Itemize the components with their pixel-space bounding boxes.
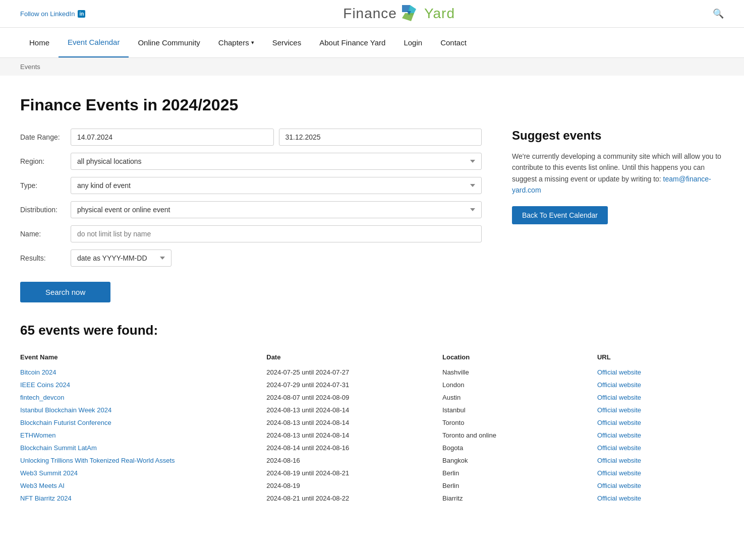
- table-row: NFT Biarritz 2024 2024-08-21 until 2024-…: [20, 492, 724, 505]
- logo: Finance Yard: [343, 4, 455, 23]
- results-title: 65 events were found:: [20, 323, 724, 338]
- date-range-inputs: [71, 129, 482, 146]
- table-row: Bitcoin 2024 2024-07-25 until 2024-07-27…: [20, 366, 724, 379]
- nav-services[interactable]: Services: [263, 28, 311, 57]
- top-bar: Follow on LinkedIn in Finance Yard 🔍: [0, 0, 744, 28]
- region-select[interactable]: all physical locations: [71, 153, 482, 170]
- main-nav: Home Event Calendar Online Community Cha…: [0, 28, 744, 58]
- table-row: IEEE Coins 2024 2024-07-29 until 2024-07…: [20, 379, 724, 391]
- suggest-text: We're currently developing a community s…: [512, 151, 724, 196]
- event-location: Toronto: [442, 416, 597, 429]
- page-title: Finance Events in 2024/2025: [20, 96, 724, 114]
- nav-home[interactable]: Home: [20, 28, 59, 57]
- event-url[interactable]: Official website: [597, 492, 724, 505]
- event-location: Toronto and online: [442, 429, 597, 442]
- event-name[interactable]: Unlocking Trillions With Tokenized Real-…: [20, 454, 266, 467]
- event-name[interactable]: Bitcoin 2024: [20, 366, 266, 379]
- event-date: 2024-08-07 until 2024-08-09: [266, 391, 442, 404]
- distribution-row: Distribution: physical event or online e…: [20, 201, 482, 218]
- back-to-calendar-button[interactable]: Back To Event Calendar: [512, 206, 608, 224]
- event-location: Berlin: [442, 467, 597, 479]
- event-url[interactable]: Official website: [597, 454, 724, 467]
- event-name[interactable]: fintech_devcon: [20, 391, 266, 404]
- suggest-panel: Suggest events We're currently developin…: [512, 129, 724, 302]
- distribution-select[interactable]: physical event or online event: [71, 201, 482, 218]
- col-header-location: Location: [442, 350, 597, 366]
- svg-marker-2: [402, 13, 414, 21]
- event-name[interactable]: ETHWomen: [20, 429, 266, 442]
- table-row: fintech_devcon 2024-08-07 until 2024-08-…: [20, 391, 724, 404]
- date-end-input[interactable]: [279, 129, 482, 146]
- event-date: 2024-08-16: [266, 454, 442, 467]
- date-range-row: Date Range:: [20, 129, 482, 146]
- table-row: Web3 Summit 2024 2024-08-19 until 2024-0…: [20, 467, 724, 479]
- chevron-down-icon: ▾: [251, 39, 254, 46]
- event-location: Bangkok: [442, 454, 597, 467]
- event-name[interactable]: Web3 Summit 2024: [20, 467, 266, 479]
- event-name[interactable]: Web3 Meets AI: [20, 479, 266, 492]
- logo-finance: Finance: [343, 6, 397, 22]
- region-label: Region:: [20, 157, 71, 165]
- event-date: 2024-08-19 until 2024-08-21: [266, 467, 442, 479]
- filter-form: Date Range: Region: all physical locatio…: [20, 129, 482, 302]
- nav-login[interactable]: Login: [394, 28, 431, 57]
- col-header-url: URL: [597, 350, 724, 366]
- search-button[interactable]: Search now: [20, 282, 110, 302]
- event-url[interactable]: Official website: [597, 429, 724, 442]
- event-url[interactable]: Official website: [597, 379, 724, 391]
- table-row: Blockchain Summit LatAm 2024-08-14 until…: [20, 442, 724, 454]
- name-input[interactable]: [71, 225, 482, 242]
- distribution-label: Distribution:: [20, 206, 71, 214]
- event-date: 2024-08-13 until 2024-08-14: [266, 429, 442, 442]
- events-table: Event Name Date Location URL Bitcoin 202…: [20, 350, 724, 505]
- event-name[interactable]: Istanbul Blockchain Week 2024: [20, 404, 266, 416]
- col-header-date: Date: [266, 350, 442, 366]
- event-date: 2024-07-25 until 2024-07-27: [266, 366, 442, 379]
- nav-chapters[interactable]: Chapters ▾: [209, 28, 263, 57]
- event-name[interactable]: IEEE Coins 2024: [20, 379, 266, 391]
- event-date: 2024-07-29 until 2024-07-31: [266, 379, 442, 391]
- event-url[interactable]: Official website: [597, 467, 724, 479]
- event-location: Biarritz: [442, 492, 597, 505]
- event-name[interactable]: NFT Biarritz 2024: [20, 492, 266, 505]
- linkedin-icon: in: [78, 10, 85, 18]
- event-url[interactable]: Official website: [597, 404, 724, 416]
- event-date: 2024-08-14 until 2024-08-16: [266, 442, 442, 454]
- table-row: Unlocking Trillions With Tokenized Real-…: [20, 454, 724, 467]
- event-location: Nashville: [442, 366, 597, 379]
- table-row: ETHWomen 2024-08-13 until 2024-08-14 Tor…: [20, 429, 724, 442]
- event-name[interactable]: Blockchain Futurist Conference: [20, 416, 266, 429]
- event-url[interactable]: Official website: [597, 391, 724, 404]
- results-row: Results: date as YYYY-MM-DD: [20, 250, 482, 267]
- date-range-label: Date Range:: [20, 133, 71, 141]
- breadcrumb: Events: [0, 58, 744, 76]
- name-label: Name:: [20, 230, 71, 238]
- nav-online-community[interactable]: Online Community: [129, 28, 209, 57]
- main-content: Finance Events in 2024/2025 Date Range: …: [0, 76, 744, 535]
- event-url[interactable]: Official website: [597, 442, 724, 454]
- event-location: Bogota: [442, 442, 597, 454]
- logo-icon: [400, 4, 421, 23]
- results-section: 65 events were found: Event Name Date Lo…: [20, 323, 724, 505]
- search-icon[interactable]: 🔍: [713, 8, 724, 19]
- name-row: Name:: [20, 225, 482, 242]
- linkedin-link[interactable]: Follow on LinkedIn in: [20, 10, 85, 18]
- date-start-input[interactable]: [71, 129, 274, 146]
- event-url[interactable]: Official website: [597, 479, 724, 492]
- nav-about[interactable]: About Finance Yard: [310, 28, 394, 57]
- suggest-title: Suggest events: [512, 129, 724, 143]
- type-label: Type:: [20, 181, 71, 190]
- type-row: Type: any kind of event: [20, 177, 482, 194]
- nav-contact[interactable]: Contact: [431, 28, 476, 57]
- type-select[interactable]: any kind of event: [71, 177, 482, 194]
- event-url[interactable]: Official website: [597, 416, 724, 429]
- col-header-name: Event Name: [20, 350, 266, 366]
- event-location: Austin: [442, 391, 597, 404]
- table-row: Web3 Meets AI 2024-08-19 Berlin Official…: [20, 479, 724, 492]
- region-row: Region: all physical locations: [20, 153, 482, 170]
- event-date: 2024-08-19: [266, 479, 442, 492]
- results-select[interactable]: date as YYYY-MM-DD: [71, 250, 171, 267]
- event-name[interactable]: Blockchain Summit LatAm: [20, 442, 266, 454]
- event-url[interactable]: Official website: [597, 366, 724, 379]
- nav-event-calendar[interactable]: Event Calendar: [59, 28, 129, 57]
